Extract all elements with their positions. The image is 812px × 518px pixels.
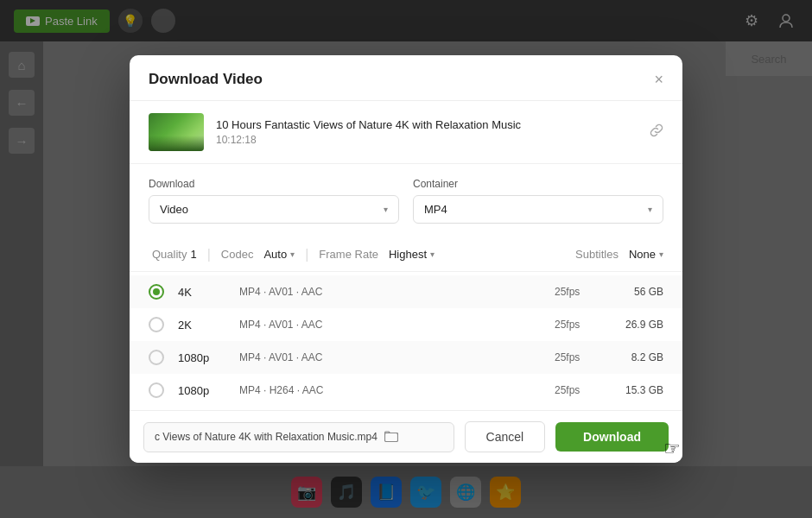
quality-row[interactable]: 2K MP4 · AV01 · AAC 25fps 26.9 GB [130,308,682,341]
framerate-filter-value: Highest [389,248,427,261]
framerate-filter-label: Frame Rate [319,248,378,261]
radio-button[interactable] [149,350,164,365]
file-path: c Views of Nature 4K with Relaxation Mus… [143,422,454,452]
quality-row[interactable]: 1080p MP4 · H264 · AAC 25fps 15.3 GB [130,374,682,407]
folder-icon[interactable] [384,430,398,445]
quality-size: 15.3 GB [612,384,663,396]
container-value: MP4 [424,203,447,216]
codec-arrow: ▾ [290,250,295,259]
download-label: Download [149,178,399,190]
cancel-button[interactable]: Cancel [465,421,546,452]
quality-fps: 25fps [555,286,598,298]
modal-title: Download Video [149,71,263,88]
codec-filter-label: Codec [221,248,254,261]
quality-filter[interactable]: Quality 1 [149,246,200,262]
codec-filter-value: Auto [263,248,287,261]
link-icon[interactable] [650,123,663,141]
quality-list: 4K MP4 · AV01 · AAC 25fps 56 GB 2K MP4 ·… [130,272,682,410]
quality-fps: 25fps [555,351,598,363]
video-title: 10 Hours Fantastic Views of Nature 4K wi… [216,118,638,131]
modal-header: Download Video × [130,55,682,101]
download-type-group: Download Video ▾ [149,178,399,224]
form-row-selects: Download Video ▾ Container MP4 ▾ [149,178,663,224]
quality-row[interactable]: 1080p MP4 · AV01 · AAC 25fps 8.2 GB [130,341,682,374]
container-arrow: ▾ [648,205,652,214]
quality-size: 8.2 GB [612,351,663,363]
subtitles-filter[interactable]: Subtitles None ▾ [575,248,663,261]
quality-codec: MP4 · AV01 · AAC [239,319,541,331]
form-area: Download Video ▾ Container MP4 ▾ [130,164,682,246]
radio-button[interactable] [149,382,164,398]
subtitles-arrow: ▾ [659,250,663,259]
quality-filter-label: Quality [152,248,187,261]
radio-button[interactable] [149,284,164,300]
video-duration: 10:12:18 [216,134,638,146]
quality-fps: 25fps [555,319,598,331]
subtitles-filter-value: None [629,248,656,261]
quality-size: 26.9 GB [612,319,663,331]
quality-name: 4K [178,286,225,299]
quality-row[interactable]: 4K MP4 · AV01 · AAC 25fps 56 GB [130,275,682,308]
quality-fps: 25fps [555,384,598,396]
quality-size: 56 GB [612,286,663,298]
file-path-text: c Views of Nature 4K with Relaxation Mus… [155,431,377,443]
radio-button[interactable] [149,317,164,332]
quality-filter-value: 1 [190,248,196,261]
modal-overlay: Download Video × 10 Hours Fantastic View… [0,0,812,518]
quality-name: 2K [178,319,225,332]
filter-row: Quality 1 | Codec Auto ▾ | Frame Rate Hi… [130,246,682,272]
video-thumbnail [149,113,204,151]
download-type-value: Video [160,203,188,216]
svg-rect-1 [384,433,397,441]
framerate-filter[interactable]: Frame Rate Highest ▾ [315,246,438,262]
download-button[interactable]: Download [555,422,669,452]
container-label: Container [413,178,663,190]
quality-codec: MP4 · H264 · AAC [239,384,541,396]
codec-filter[interactable]: Codec Auto ▾ [218,246,298,262]
quality-codec: MP4 · AV01 · AAC [239,286,541,298]
quality-name: 1080p [178,384,225,397]
quality-name: 1080p [178,351,225,364]
container-select[interactable]: MP4 ▾ [413,195,663,224]
download-modal: Download Video × 10 Hours Fantastic View… [130,55,682,463]
video-info: 10 Hours Fantastic Views of Nature 4K wi… [130,101,682,164]
framerate-arrow: ▾ [430,250,435,259]
quality-codec: MP4 · AV01 · AAC [239,351,541,363]
container-group: Container MP4 ▾ [413,178,663,224]
subtitles-filter-label: Subtitles [575,248,619,261]
modal-footer: c Views of Nature 4K with Relaxation Mus… [130,410,682,463]
video-meta: 10 Hours Fantastic Views of Nature 4K wi… [216,118,638,146]
download-type-arrow: ▾ [384,205,388,214]
download-type-select[interactable]: Video ▾ [149,195,399,224]
download-btn-wrap: Download ☞ [555,422,669,452]
close-button[interactable]: × [654,72,663,87]
